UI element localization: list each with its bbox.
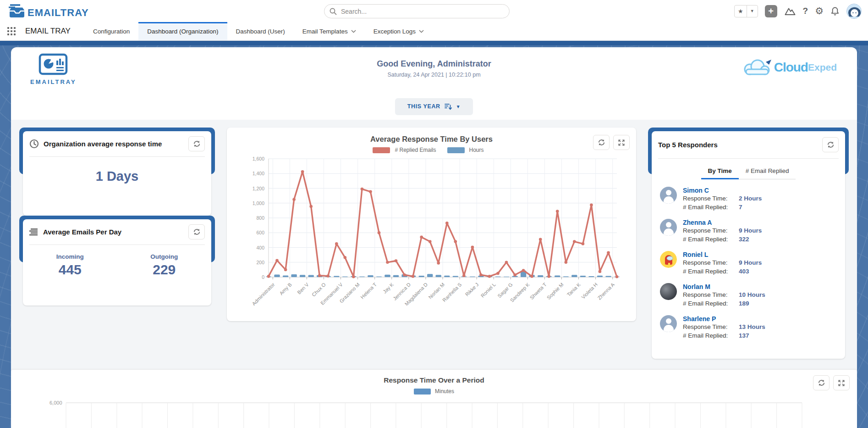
tab-configuration[interactable]: Configuration: [84, 22, 138, 40]
refresh-button[interactable]: [188, 136, 205, 151]
response-time-value: 9 Hours: [739, 227, 762, 234]
setup-gear-icon[interactable]: ⚙: [815, 6, 824, 17]
svg-text:Helena T: Helena T: [359, 282, 378, 300]
search-input[interactable]: [324, 4, 510, 18]
svg-text:400: 400: [256, 245, 264, 250]
page-background: EMAILTRAY Good Evening, Administrator Sa…: [0, 41, 868, 428]
svg-text:Sophie M: Sophie M: [545, 282, 564, 300]
clock-icon: [29, 139, 39, 149]
legend-label-hours: Hours: [469, 147, 484, 153]
period-filter-button[interactable]: THIS YEAR ▼: [395, 98, 473, 115]
svg-text:Jay K: Jay K: [382, 281, 395, 294]
header-actions: ★ ▼ + ? ⚙: [734, 0, 862, 22]
svg-text:800: 800: [256, 215, 264, 221]
trailhead-icon[interactable]: [784, 6, 796, 16]
period-chart-card: Response Time Over a Period Minutes 6,00…: [11, 370, 857, 428]
tab-by-email-replied[interactable]: # Email Replied: [739, 163, 796, 179]
refresh-icon: [193, 140, 201, 148]
legend-swatch-minutes: [414, 389, 431, 395]
response-time-value: 2 Hours: [739, 195, 762, 202]
email-replied-value: 137: [739, 332, 749, 339]
svg-text:1,200: 1,200: [252, 186, 264, 191]
chevron-down-icon: [419, 30, 424, 33]
refresh-button[interactable]: [188, 224, 205, 239]
refresh-button[interactable]: [593, 135, 610, 150]
svg-text:200: 200: [256, 260, 264, 265]
cloud-icon: [739, 57, 774, 78]
tab-by-time[interactable]: By Time: [701, 163, 739, 179]
tab-dashboard-organization[interactable]: Dashboard (Organization): [138, 22, 227, 40]
card-title: Top 5 Responders: [658, 141, 818, 149]
outgoing-stat: Outgoing 229: [117, 253, 212, 278]
help-icon[interactable]: ?: [803, 6, 808, 16]
favorites-star-icon[interactable]: ★: [735, 6, 747, 17]
cloudexped-logo: CloudExped: [739, 57, 837, 78]
emailtray-logo: EMAILTRAY: [6, 3, 89, 19]
incoming-stat: Incoming 445: [23, 253, 117, 278]
app-launcher-icon[interactable]: [7, 27, 17, 35]
partner-brand-light: Exped: [808, 62, 837, 73]
tab-email-templates[interactable]: Email Templates: [294, 22, 365, 40]
svg-text:Zhenna A: Zhenna A: [596, 281, 615, 300]
svg-text:1,600: 1,600: [252, 156, 264, 161]
refresh-button[interactable]: [813, 375, 830, 390]
expand-icon: [838, 379, 845, 387]
tab-exception-logs[interactable]: Exception Logs: [365, 22, 433, 40]
avatar: [660, 187, 677, 204]
brand-name: EMAILTRAY: [27, 8, 89, 19]
responder-name-link[interactable]: Simon C: [683, 187, 762, 194]
expand-button[interactable]: [613, 135, 630, 150]
response-time-value: 13 Hours: [739, 323, 765, 330]
search-icon: [330, 8, 337, 15]
responder-name-link[interactable]: Zhenna A: [683, 219, 762, 226]
list-item: Simon C Response Time:2 Hours # Email Re…: [660, 187, 838, 211]
responder-name-link[interactable]: Norlan M: [683, 283, 765, 290]
svg-text:Ben V: Ben V: [296, 281, 310, 295]
email-replied-value: 189: [739, 300, 749, 307]
favorites-dropdown-icon[interactable]: ▼: [747, 6, 758, 17]
user-avatar[interactable]: [846, 4, 862, 19]
notifications-bell-icon[interactable]: [830, 6, 840, 16]
refresh-icon: [598, 139, 605, 146]
chevron-down-icon: ▼: [456, 104, 461, 109]
users-chart-card: Average Response Time By Users # Replied…: [227, 128, 636, 321]
responder-name-link[interactable]: Sharlene P: [683, 315, 765, 322]
svg-text:Administrator: Administrator: [251, 282, 276, 307]
outgoing-label: Outgoing: [117, 253, 212, 260]
avg-emails-frame: Average Emails Per Day: [19, 216, 215, 306]
global-add-icon[interactable]: +: [765, 5, 777, 17]
app-navigation: EMAIL TRAY Configuration Dashboard (Orga…: [0, 22, 868, 41]
expand-button[interactable]: [833, 375, 850, 390]
list-icon: [29, 228, 38, 236]
expand-icon: [618, 139, 625, 146]
legend-swatch-replied: [373, 147, 390, 153]
dashboard-container: EMAILTRAY Good Evening, Administrator Sa…: [11, 47, 857, 428]
tab-dashboard-user[interactable]: Dashboard (User): [227, 22, 294, 40]
org-response-value: 1 Days: [23, 157, 211, 203]
period-chart-svg: [11, 400, 857, 428]
legend-swatch-hours: [447, 147, 465, 153]
tray-icon: [6, 3, 26, 19]
greeting-datetime: Saturday, 24 Apr 2021 | 10:22:10 pm: [11, 72, 857, 78]
chart-title: Response Time Over a Period: [11, 370, 857, 384]
divider: [658, 158, 839, 159]
refresh-button[interactable]: [822, 137, 839, 152]
legend-label-replied: # Replied Emails: [395, 147, 436, 153]
legend-label-minutes: Minutes: [435, 388, 454, 395]
responder-name-link[interactable]: Roniel L: [683, 251, 762, 258]
incoming-label: Incoming: [23, 253, 117, 260]
svg-text:Violeta H: Violeta H: [580, 282, 599, 300]
list-item: Roniel L Response Time:9 Hours # Email R…: [660, 251, 838, 276]
incoming-value: 445: [23, 262, 117, 278]
svg-text:Shweta T: Shweta T: [528, 282, 547, 300]
org-response-frame: Organization average response time 1 Day…: [19, 128, 215, 216]
avatar: [660, 251, 677, 268]
svg-text:Chux O: Chux O: [311, 282, 327, 298]
svg-text:600: 600: [256, 230, 264, 235]
email-replied-value: 403: [739, 268, 749, 275]
app-name: EMAIL TRAY: [25, 27, 71, 36]
svg-text:Rikke J: Rikke J: [464, 282, 479, 297]
list-item: Norlan M Response Time:10 Hours # Email …: [660, 283, 838, 308]
svg-text:0: 0: [262, 274, 264, 280]
chart-legend: Minutes: [11, 388, 857, 395]
